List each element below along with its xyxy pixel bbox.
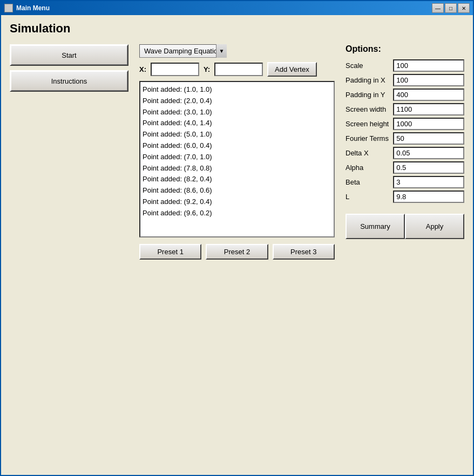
option-label: Screen height xyxy=(346,120,389,128)
list-item: Point added: (3.0, 1.0) xyxy=(143,107,331,118)
y-input[interactable] xyxy=(214,63,263,76)
preset2-button[interactable]: Preset 2 xyxy=(206,244,268,260)
title-bar: Main Menu — □ ✕ xyxy=(1,1,473,15)
close-button[interactable]: ✕ xyxy=(458,3,470,13)
xy-row: X: Y: Add Vertex xyxy=(139,62,335,77)
list-item: Point added: (7.8, 0.8) xyxy=(143,163,331,174)
equation-dropdown[interactable]: Wave Damping Equation xyxy=(139,44,227,58)
option-input-padding-in-x[interactable] xyxy=(393,74,464,86)
title-bar-controls: — □ ✕ xyxy=(432,3,470,13)
option-input-l[interactable] xyxy=(393,191,464,203)
option-label: Screen width xyxy=(346,105,389,113)
title-bar-left: Main Menu xyxy=(4,4,50,12)
app-icon xyxy=(4,4,13,12)
options-grid: ScalePadding in XPadding in YScreen widt… xyxy=(346,59,464,203)
option-input-alpha[interactable] xyxy=(393,161,464,174)
list-item: Point added: (2.0, 0.4) xyxy=(143,96,331,107)
list-item: Point added: (6.0, 0.4) xyxy=(143,140,331,152)
option-input-padding-in-y[interactable] xyxy=(393,89,464,101)
main-window: Main Menu — □ ✕ Simulation Start Instruc… xyxy=(0,0,474,476)
app-title: Simulation xyxy=(10,22,464,36)
minimize-button[interactable]: — xyxy=(432,3,444,13)
list-item: Point added: (8.6, 0.6) xyxy=(143,185,331,196)
add-vertex-button[interactable]: Add Vertex xyxy=(267,62,317,77)
center-panel: Wave Damping Equation ▼ X: Y: Add Vertex… xyxy=(139,44,335,260)
option-input-screen-height[interactable] xyxy=(393,118,464,130)
option-input-scale[interactable] xyxy=(393,59,464,72)
option-label: Fourier Terms xyxy=(346,134,389,142)
preset-row: Preset 1 Preset 2 Preset 3 xyxy=(139,244,335,260)
start-button[interactable]: Start xyxy=(10,44,128,66)
x-label: X: xyxy=(139,65,146,73)
option-input-screen-width[interactable] xyxy=(393,103,464,115)
apply-button[interactable]: Apply xyxy=(405,214,464,239)
window-title: Main Menu xyxy=(16,4,50,12)
preset1-button[interactable]: Preset 1 xyxy=(139,244,201,260)
content-area: Simulation Start Instructions Wave Dampi… xyxy=(1,15,473,475)
option-label: Scale xyxy=(346,62,389,70)
y-label: Y: xyxy=(204,65,210,73)
option-label: Alpha xyxy=(346,164,389,172)
option-input-delta-x[interactable] xyxy=(393,147,464,159)
option-input-beta[interactable] xyxy=(393,176,464,188)
x-input[interactable] xyxy=(151,63,199,76)
option-input-fourier-terms[interactable] xyxy=(393,132,464,145)
option-label: Beta xyxy=(346,178,389,186)
dropdown-wrapper: Wave Damping Equation ▼ xyxy=(139,44,227,58)
list-item: Point added: (5.0, 1.0) xyxy=(143,129,331,140)
option-label: Padding in Y xyxy=(346,91,389,99)
list-item: Point added: (8.2, 0.4) xyxy=(143,174,331,185)
list-item: Point added: (9.6, 0.2) xyxy=(143,208,331,219)
summary-button[interactable]: Summary xyxy=(346,214,405,239)
action-buttons: Summary Apply xyxy=(346,214,464,239)
maximize-button[interactable]: □ xyxy=(445,3,457,13)
right-panel: Options: ScalePadding in XPadding in YSc… xyxy=(346,44,464,260)
main-layout: Start Instructions Wave Damping Equation… xyxy=(10,44,464,260)
dropdown-row: Wave Damping Equation ▼ xyxy=(139,44,335,58)
instructions-button[interactable]: Instructions xyxy=(10,70,128,92)
left-panel: Start Instructions xyxy=(10,44,128,260)
option-label: Delta X xyxy=(346,149,389,157)
preset3-button[interactable]: Preset 3 xyxy=(273,244,335,260)
option-label: Padding in X xyxy=(346,76,389,84)
list-item: Point added: (7.0, 1.0) xyxy=(143,152,331,163)
options-title: Options: xyxy=(346,44,464,54)
list-item: Point added: (4.0, 1.4) xyxy=(143,118,331,129)
option-label: L xyxy=(346,193,389,201)
points-list: Point added: (1.0, 1.0)Point added: (2.0… xyxy=(139,81,335,237)
list-item: Point added: (1.0, 1.0) xyxy=(143,84,331,96)
list-item: Point added: (9.2, 0.4) xyxy=(143,196,331,208)
